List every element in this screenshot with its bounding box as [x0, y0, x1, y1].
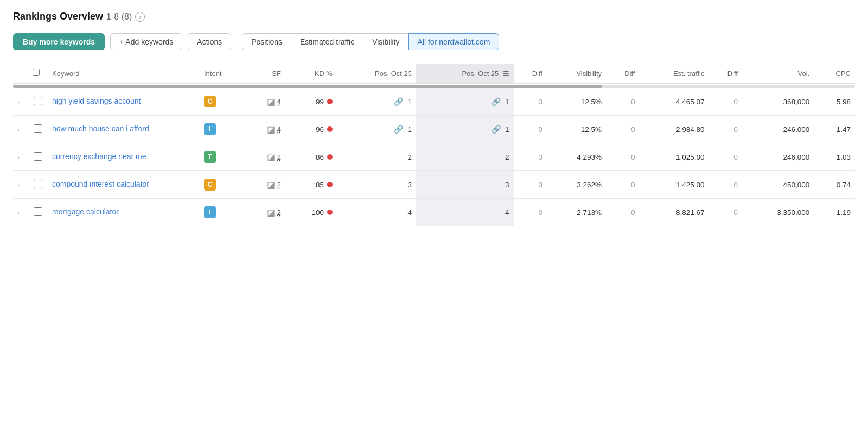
cpc-value: 1.19 [837, 208, 851, 217]
keyword-link[interactable]: mortgage calculator [52, 207, 119, 216]
pos-oct25-1-col-header[interactable]: Pos. Oct 25 [337, 64, 416, 84]
checkbox-col-header [28, 64, 48, 84]
select-all-checkbox[interactable] [33, 69, 40, 76]
keyword-col-header: Keyword [48, 64, 200, 84]
row-checkbox-cell[interactable] [28, 143, 48, 171]
diff3-value: 0 [733, 153, 738, 161]
pos1-value: 4 [407, 208, 412, 217]
row-checkbox-cell[interactable] [28, 88, 48, 116]
kd-dot [327, 210, 333, 215]
row-expand-cell[interactable]: › [13, 116, 28, 143]
pos2-value: 4 [505, 208, 509, 217]
tab-estimated-traffic[interactable]: Estimated traffic [291, 33, 363, 50]
expand-icon[interactable]: › [17, 126, 22, 134]
pos1-value: 1 [407, 125, 412, 134]
row-diff1-cell: 0 [514, 116, 547, 143]
sf-count: 2 [277, 208, 281, 217]
row-checkbox[interactable] [34, 207, 42, 216]
est-traffic-value: 1,425.00 [676, 181, 705, 189]
row-expand-cell[interactable]: › [13, 88, 28, 116]
row-checkbox[interactable] [34, 180, 42, 188]
row-diff1-cell: 0 [514, 88, 547, 116]
keyword-link[interactable]: high yield savings account [52, 97, 141, 105]
table-row: › how much house can i afford I ◪ 4 96 🔗 [13, 116, 855, 143]
tab-positions[interactable]: Positions [242, 33, 291, 50]
pos-oct25-2-col-header active-sort[interactable]: Pos. Oct 25 ☰ [416, 64, 514, 84]
add-keywords-button[interactable]: + Add keywords [110, 33, 182, 50]
expand-icon[interactable]: › [17, 154, 22, 161]
tab-visibility[interactable]: Visibility [363, 33, 408, 50]
row-pos2-cell: 🔗 1 [416, 116, 514, 143]
row-vol-cell: 246,000 [742, 143, 814, 171]
diff3-value: 0 [733, 181, 738, 189]
actions-button[interactable]: Actions [188, 33, 231, 50]
buy-keywords-button[interactable]: Buy more keywords [13, 33, 105, 50]
diff1-col-header: Diff [514, 64, 547, 84]
row-checkbox[interactable] [34, 124, 42, 133]
row-expand-cell[interactable]: › [13, 171, 28, 199]
row-sf-cell: ◪ 4 [245, 116, 285, 143]
sf-icon: ◪ [267, 180, 275, 190]
expand-icon[interactable]: › [17, 209, 22, 217]
kd-value: 99 [316, 98, 324, 106]
table-row: › high yield savings account C ◪ 4 99 🔗 [13, 88, 855, 116]
expand-icon[interactable]: › [17, 181, 22, 189]
table-row: › compound interest calculator C ◪ 2 85 [13, 171, 855, 199]
info-icon[interactable]: i [135, 12, 145, 22]
est-traffic-value: 2,984.80 [676, 125, 705, 134]
diff2-col-header: Diff [606, 64, 639, 84]
row-pos2-cell: 3 [416, 171, 514, 199]
row-pos1-cell: 🔗 1 [337, 116, 416, 143]
keyword-link[interactable]: compound interest calculator [52, 180, 149, 188]
row-keyword-cell: currency exchange near me [48, 143, 200, 171]
diff2-value: 0 [631, 181, 635, 189]
sf-count: 2 [277, 181, 281, 189]
row-pos2-cell: 2 [416, 143, 514, 171]
cpc-value: 5.98 [837, 98, 851, 106]
row-checkbox-cell[interactable] [28, 116, 48, 143]
link-icon-2: 🔗 [492, 97, 501, 106]
link-icon-2: 🔗 [492, 125, 501, 134]
keyword-link[interactable]: currency exchange near me [52, 152, 146, 161]
kd-value: 86 [316, 153, 324, 161]
cpc-col-header: CPC [814, 64, 855, 84]
row-diff3-cell: 0 [709, 116, 742, 143]
row-checkbox-cell[interactable] [28, 199, 48, 226]
kd-col-header: KD % [285, 64, 337, 84]
row-expand-cell[interactable]: › [13, 143, 28, 171]
row-visibility-cell: 12.5% [547, 116, 606, 143]
diff3-value: 0 [733, 98, 738, 106]
row-checkbox-cell[interactable] [28, 171, 48, 199]
row-checkbox[interactable] [34, 97, 42, 105]
row-cpc-cell: 1.03 [814, 143, 855, 171]
sf-icon: ◪ [267, 97, 275, 107]
row-est-traffic-cell: 1,025.00 [639, 143, 709, 171]
row-diff3-cell: 0 [709, 88, 742, 116]
visibility-value: 3.262% [577, 181, 602, 189]
row-checkbox[interactable] [34, 152, 42, 161]
intent-badge: I [204, 206, 216, 218]
row-sf-cell: ◪ 2 [245, 143, 285, 171]
kd-dot [327, 99, 333, 104]
kd-value: 100 [311, 208, 324, 217]
rankings-table-container: Keyword Intent SF KD % Pos. Oct 25 Pos. … [13, 64, 855, 226]
row-diff2-cell: 0 [606, 116, 639, 143]
row-visibility-cell: 3.262% [547, 171, 606, 199]
row-diff2-cell: 0 [606, 171, 639, 199]
keyword-link[interactable]: how much house can i afford [52, 124, 149, 133]
est-traffic-value: 8,821.67 [676, 208, 705, 217]
tab-all-for-domain[interactable]: All for nerdwallet.com [408, 33, 499, 50]
diff1-value: 0 [538, 208, 542, 217]
row-intent-cell: C [200, 171, 245, 199]
row-sf-cell: ◪ 2 [245, 171, 285, 199]
intent-badge: C [204, 96, 216, 107]
row-est-traffic-cell: 8,821.67 [639, 199, 709, 226]
row-expand-cell[interactable]: › [13, 199, 28, 226]
toolbar: Buy more keywords + Add keywords Actions… [13, 33, 855, 50]
table-scrollbar-track[interactable] [13, 85, 855, 88]
vol-value: 246,000 [783, 125, 809, 134]
row-diff2-cell: 0 [606, 199, 639, 226]
page-title: Rankings Overview [13, 11, 103, 22]
expand-icon[interactable]: › [17, 98, 22, 106]
row-diff2-cell: 0 [606, 88, 639, 116]
